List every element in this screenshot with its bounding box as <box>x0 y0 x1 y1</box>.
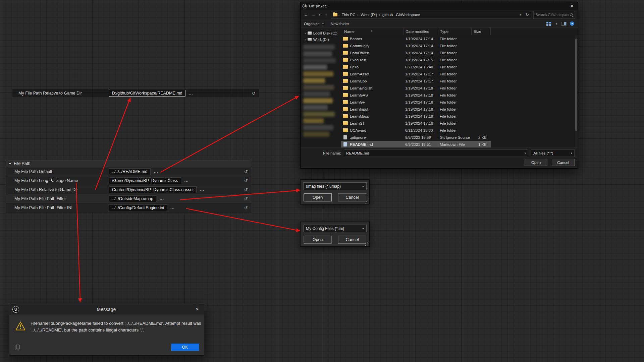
file-row[interactable]: Community 1/19/2024 17:14 File folder <box>341 42 491 49</box>
address-bar[interactable]: › This PC › Work (D:) › github › <box>331 11 531 19</box>
search-box[interactable] <box>533 11 575 19</box>
property-value-input[interactable]: /Game/Dynamic/BP_DynamicClass <box>109 177 181 184</box>
type-cell: File folder <box>438 44 471 48</box>
property-row: My File Path Long Package Name /Game/Dyn… <box>6 176 251 185</box>
sidebar-item-work-d[interactable]: › Work (D:) <box>301 36 341 43</box>
open-button[interactable]: Open <box>304 236 332 244</box>
cancel-button[interactable]: Cancel <box>338 236 366 244</box>
window-titlebar[interactable]: U File picker... × <box>301 2 578 10</box>
property-row: My File Path Default ../../../README.md … <box>6 167 251 176</box>
organize-menu[interactable]: Organize ▾ <box>304 22 325 26</box>
browse-ellipsis-button[interactable]: ... <box>154 169 158 174</box>
resize-grip[interactable] <box>365 200 369 203</box>
scrollbar-thumb[interactable] <box>575 39 577 131</box>
browse-ellipsis-button[interactable]: ... <box>184 178 189 183</box>
browse-ellipsis-button[interactable]: ... <box>170 205 175 210</box>
reset-to-default-icon[interactable]: ↺ <box>244 196 248 201</box>
date-modified-cell: 6/11/2024 13:30 <box>403 128 438 132</box>
ok-button[interactable]: OK <box>171 344 199 351</box>
file-row[interactable]: LearnEnglish 1/19/2024 17:18 File folder <box>341 84 491 92</box>
select-dropdown-icon: ▾ <box>362 227 364 230</box>
close-icon[interactable]: × <box>194 306 201 312</box>
breadcrumb-item[interactable]: › github <box>379 13 394 17</box>
reset-to-default-icon[interactable]: ↺ <box>244 205 248 210</box>
reset-to-default-icon[interactable]: ↺ <box>252 91 256 96</box>
property-rows: My File Path Default ../../../README.md … <box>6 167 251 213</box>
up-icon[interactable]: ↑ <box>323 12 329 17</box>
breadcrumb-item[interactable]: › GitWorkspace <box>395 13 421 17</box>
file-name: LearnGAS <box>350 93 368 97</box>
help-icon[interactable]: ? <box>570 21 574 26</box>
copy-to-clipboard-icon[interactable] <box>15 345 20 350</box>
file-type-filter-combobox[interactable]: All files (*.*) ▾ <box>531 149 575 157</box>
search-icon <box>570 13 573 16</box>
category-header-file-path[interactable]: File Path <box>6 160 251 167</box>
open-button[interactable]: Open <box>304 193 332 201</box>
reset-to-default-icon[interactable]: ↺ <box>244 178 248 183</box>
file-type-filter-select[interactable]: umap files (*.umap) ▾ <box>303 182 367 190</box>
property-value-input[interactable]: Content/Dynamic/BP_DynamicClass.uasset <box>109 186 197 193</box>
property-value-input[interactable]: ../../Config/DefaultEngine.ini <box>109 204 167 211</box>
property-value-input[interactable]: ../../OutsideMap.umap <box>109 195 156 202</box>
close-icon[interactable]: × <box>568 2 576 10</box>
file-row[interactable]: LearnST 1/19/2024 17:18 File folder <box>341 120 491 127</box>
type-cell: File folder <box>438 107 471 111</box>
type-cell: File folder <box>438 114 471 118</box>
address-dropdown-icon[interactable]: ▾ <box>519 13 522 16</box>
breadcrumb-item[interactable]: › This PC <box>338 13 357 17</box>
type-cell: File folder <box>438 86 471 90</box>
column-header-type[interactable]: Type <box>438 28 471 35</box>
browse-ellipsis-button[interactable]: ... <box>189 91 193 96</box>
history-dropdown-icon[interactable]: ▾ <box>318 13 321 16</box>
file-row[interactable]: Hello 6/21/2024 16:40 File folder <box>341 63 491 70</box>
vertical-scrollbar[interactable] <box>575 35 578 147</box>
reset-to-default-icon[interactable]: ↺ <box>244 169 248 174</box>
file-name-combobox[interactable]: README.md ▾ <box>344 149 528 157</box>
file-row[interactable]: LearnMass 1/19/2024 17:18 File folder <box>341 113 491 120</box>
file-row[interactable]: DataDriven 1/19/2024 17:14 File folder <box>341 49 491 56</box>
column-header-size[interactable]: Size <box>471 28 491 35</box>
resize-grip[interactable] <box>365 242 369 246</box>
refresh-icon[interactable]: ↻ <box>526 12 529 17</box>
column-header-name[interactable]: Name ▴ <box>341 29 403 34</box>
property-value-input[interactable]: ../../../README.md <box>109 168 151 175</box>
column-header-date-modified[interactable]: Date modified <box>403 28 438 35</box>
new-folder-button[interactable]: New folder <box>331 22 349 26</box>
date-modified-cell: 1/19/2024 17:15 <box>403 58 438 62</box>
file-row[interactable]: LearnCpp 1/19/2024 17:17 File folder <box>341 77 491 84</box>
selected-filter-label: My Config Files (*.ini) <box>306 226 344 231</box>
file-type-filter-select[interactable]: My Config Files (*.ini) ▾ <box>303 225 367 232</box>
file-row[interactable]: LearnInput 1/19/2024 17:18 File folder <box>341 106 491 113</box>
reset-to-default-icon[interactable]: ↺ <box>244 187 248 192</box>
file-row[interactable]: README.md 6/9/2021 15:51 Markdown File 1… <box>341 141 491 147</box>
dialog-titlebar[interactable]: U Message × <box>9 304 204 315</box>
selected-filter-label: umap files (*.umap) <box>306 184 341 189</box>
file-row[interactable]: .gitignore 9/8/2023 13:59 Git Ignore Sou… <box>341 134 491 141</box>
browse-ellipsis-button[interactable]: ... <box>160 196 164 201</box>
category-label: File Path <box>14 161 30 166</box>
property-value-input[interactable]: D:/github/GitWorkspace/README.md <box>109 90 185 97</box>
cancel-button[interactable]: Cancel <box>552 159 575 166</box>
sidebar-item-local-disk-c[interactable]: › Local Disk (C:) <box>301 30 341 36</box>
drive-icon <box>308 32 312 35</box>
navigation-bar: ← → ▾ ↑ › This PC › Work (D:) <box>301 10 578 20</box>
file-type-icon <box>343 37 348 41</box>
back-icon[interactable]: ← <box>303 12 309 17</box>
cancel-button[interactable]: Cancel <box>338 193 366 201</box>
open-button[interactable]: Open <box>525 159 547 166</box>
expand-chevron-icon: › <box>305 31 306 35</box>
change-view-icon[interactable] <box>546 22 551 26</box>
search-input[interactable] <box>536 13 569 17</box>
file-row[interactable]: Banner 1/19/2024 17:14 File folder <box>341 35 491 42</box>
date-modified-cell: 1/19/2024 17:14 <box>403 37 438 41</box>
preview-pane-icon[interactable] <box>561 22 567 26</box>
view-dropdown-icon[interactable]: ▾ <box>555 22 558 25</box>
forward-icon[interactable]: → <box>311 12 316 17</box>
file-row[interactable]: LearnGAS 1/19/2024 17:18 File folder <box>341 92 491 99</box>
file-row[interactable]: ExcelTest 1/19/2024 17:15 File folder <box>341 56 491 63</box>
file-row[interactable]: LearnGF 1/19/2024 17:18 File folder <box>341 99 491 106</box>
breadcrumb-item[interactable]: › Work (D:) <box>358 13 378 17</box>
file-row[interactable]: LearnAsset 1/19/2024 17:17 File folder <box>341 70 491 77</box>
browse-ellipsis-button[interactable]: ... <box>200 187 204 192</box>
file-row[interactable]: UCAward 6/11/2024 13:30 File folder <box>341 127 491 134</box>
